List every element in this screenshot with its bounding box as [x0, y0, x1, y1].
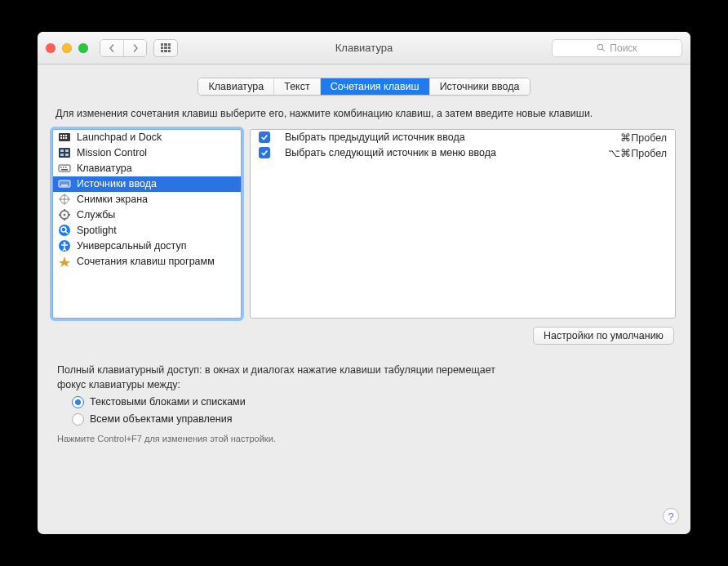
svg-rect-12: [60, 154, 64, 156]
svg-rect-5: [65, 135, 67, 136]
svg-rect-16: [63, 167, 64, 168]
category-label: Mission Control: [77, 147, 147, 158]
category-label: Spotlight: [77, 225, 117, 236]
search-input[interactable]: Поиск: [552, 39, 682, 57]
svg-rect-14: [59, 165, 70, 172]
defaults-row: Настройки по умолчанию: [54, 327, 674, 345]
spotlight-icon: [58, 224, 71, 237]
launchpad-icon: [58, 131, 71, 144]
minimize-window-button[interactable]: [62, 43, 72, 53]
traffic-lights: [46, 43, 88, 53]
tab-0[interactable]: Клавиатура: [198, 78, 273, 95]
category-label: Снимки экрана: [77, 194, 148, 205]
tab-1[interactable]: Текст: [273, 78, 319, 95]
category-item[interactable]: Spotlight: [53, 223, 241, 238]
shortcut-label: Выбрать предыдущий источник ввода: [285, 131, 612, 143]
nav-back-forward: [100, 39, 147, 57]
category-item[interactable]: Службы: [53, 207, 241, 223]
svg-rect-7: [63, 137, 64, 139]
svg-rect-4: [63, 135, 64, 136]
shortcut-checkbox[interactable]: [259, 147, 270, 158]
shortcut-keys[interactable]: ⌘Пробел: [620, 131, 667, 144]
svg-rect-3: [60, 135, 62, 136]
zoom-window-button[interactable]: [78, 43, 88, 53]
grid-icon: [161, 43, 171, 53]
svg-rect-10: [60, 149, 64, 152]
svg-rect-20: [61, 185, 68, 186]
radio-button[interactable]: [72, 413, 84, 426]
forward-button[interactable]: [123, 40, 146, 56]
category-label: Службы: [77, 209, 115, 221]
svg-rect-19: [59, 180, 70, 187]
panes: Launchpad и DockMission ControlКлавиатур…: [52, 129, 676, 319]
shortcut-keys[interactable]: ⌥⌘Пробел: [608, 147, 667, 159]
preferences-window: Клавиатура Поиск КлавиатураТекстСочетани…: [38, 32, 690, 534]
svg-rect-15: [60, 167, 62, 168]
keyboard-icon: [58, 162, 71, 175]
category-item[interactable]: Снимки экрана: [53, 192, 241, 207]
content-area: КлавиатураТекстСочетания клавишИсточники…: [38, 65, 690, 534]
svg-rect-17: [65, 167, 67, 168]
help-button[interactable]: ?: [663, 508, 679, 524]
screenshot-icon: [58, 193, 71, 206]
svg-rect-6: [60, 137, 62, 139]
category-list[interactable]: Launchpad и DockMission ControlКлавиатур…: [52, 129, 242, 319]
shortcut-row[interactable]: Выбрать следующий источник в меню ввода⌥…: [251, 145, 675, 161]
show-all-button[interactable]: [153, 39, 178, 57]
shortcut-row[interactable]: Выбрать предыдущий источник ввода⌘Пробел: [251, 130, 675, 145]
keyboard-access-section: Полный клавиатурный доступ: в окнах и ди…: [57, 363, 671, 446]
shortcut-label: Выбрать следующий источник в меню ввода: [285, 147, 600, 158]
svg-point-30: [59, 225, 70, 236]
svg-point-0: [598, 44, 603, 49]
accessibility-icon: [58, 239, 71, 252]
instruction-text: Для изменения сочетания клавиш выберите …: [55, 107, 673, 121]
keyboard-access-text: Полный клавиатурный доступ: в окнах и ди…: [57, 363, 498, 392]
mission-control-icon: [58, 146, 71, 159]
services-icon: [58, 208, 71, 221]
kb-access-option[interactable]: Всеми объектами управления: [72, 412, 671, 426]
category-label: Универсальный доступ: [77, 240, 186, 252]
input-sources-icon: [58, 177, 71, 190]
search-icon: [597, 43, 606, 52]
svg-rect-8: [65, 137, 67, 139]
titlebar: Клавиатура Поиск: [38, 32, 690, 65]
category-label: Клавиатура: [77, 163, 132, 174]
shortcut-list[interactable]: Выбрать предыдущий источник ввода⌘Пробел…: [250, 129, 676, 319]
svg-point-34: [64, 242, 66, 244]
svg-line-1: [602, 49, 605, 51]
category-item[interactable]: Источники ввода: [53, 176, 241, 192]
radio-label: Всеми объектами управления: [90, 412, 232, 426]
restore-defaults-button[interactable]: Настройки по умолчанию: [533, 327, 674, 345]
search-placeholder: Поиск: [610, 42, 637, 54]
tab-3[interactable]: Источники ввода: [429, 78, 530, 95]
svg-point-25: [64, 214, 66, 216]
category-label: Сочетания клавиш программ: [77, 256, 215, 267]
radio-button[interactable]: [72, 396, 84, 408]
kb-access-option[interactable]: Текстовыми блоками и списками: [72, 394, 671, 409]
radio-label: Текстовыми блоками и списками: [90, 394, 246, 409]
category-item[interactable]: Mission Control: [53, 145, 241, 161]
tab-2[interactable]: Сочетания клавиш: [320, 78, 429, 95]
category-item[interactable]: Клавиатура: [53, 161, 241, 176]
svg-rect-9: [59, 148, 70, 158]
category-item[interactable]: Универсальный доступ: [53, 238, 241, 254]
category-item[interactable]: Launchpad и Dock: [53, 130, 241, 145]
category-label: Launchpad и Dock: [77, 131, 162, 143]
keyboard-access-hint: Нажмите Control+F7 для изменения этой на…: [57, 433, 671, 446]
category-item[interactable]: Сочетания клавиш программ: [53, 254, 241, 270]
tab-bar: КлавиатураТекстСочетания клавишИсточники…: [198, 78, 530, 96]
close-window-button[interactable]: [46, 43, 55, 53]
svg-rect-11: [65, 149, 69, 152]
back-button[interactable]: [100, 40, 123, 56]
svg-rect-18: [61, 169, 68, 171]
svg-rect-13: [65, 154, 69, 156]
shortcut-checkbox[interactable]: [259, 131, 270, 143]
app-shortcuts-icon: [58, 255, 71, 268]
category-label: Источники ввода: [77, 178, 157, 189]
